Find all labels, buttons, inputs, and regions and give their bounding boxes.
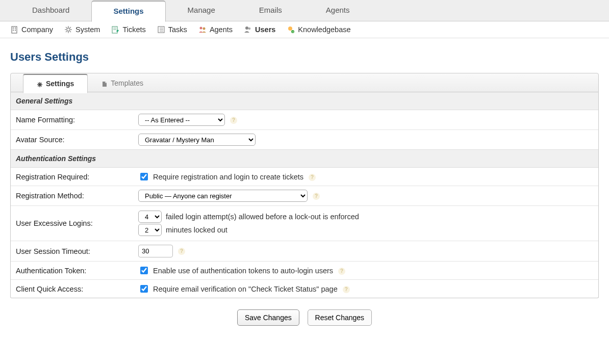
quick-access-checkbox[interactable] — [140, 285, 148, 293]
subnav-company[interactable]: Company — [10, 25, 53, 34]
tab-label: Templates — [111, 79, 143, 87]
reset-button[interactable]: Reset Changes — [308, 309, 372, 326]
subnav-item-label: Knowledgebase — [298, 25, 350, 34]
help-icon[interactable]: ? — [343, 286, 350, 293]
checkbox-text: Require registration and login to create… — [153, 173, 303, 181]
subnav-system[interactable]: System — [64, 25, 100, 34]
quick-access-wrapper[interactable]: Require email verification on "Check Tic… — [138, 285, 340, 293]
asterisk-icon — [37, 81, 43, 87]
checkbox-text: Require email verification on "Check Tic… — [153, 285, 338, 293]
tab-manage[interactable]: Manage — [166, 1, 237, 22]
registration-required-checkbox[interactable] — [140, 173, 148, 180]
knowledgebase-icon: + — [287, 25, 295, 34]
subnav-item-label: Company — [21, 25, 53, 34]
gear-icon — [64, 25, 72, 34]
svg-text:+: + — [292, 30, 294, 33]
svg-point-5 — [67, 28, 70, 31]
tab-agents[interactable]: Agents — [304, 1, 372, 22]
field-label-session-timeout: User Session Timeout: — [11, 241, 133, 262]
building-icon — [10, 25, 18, 34]
main-tabs: Dashboard Settings Manage Emails Agents — [0, 0, 609, 21]
panel-tabs: Settings Templates — [10, 73, 599, 92]
page-title: Users Settings — [10, 50, 599, 64]
session-timeout-input[interactable] — [138, 245, 173, 257]
help-icon[interactable]: ? — [313, 193, 320, 200]
section-auth: Authentication Settings — [11, 149, 598, 168]
subnav-tickets[interactable]: Tickets — [111, 25, 145, 34]
field-label-avatar-source: Avatar Source: — [11, 130, 133, 150]
field-label-registration-required: Registration Required: — [11, 168, 133, 186]
svg-line-11 — [70, 31, 71, 32]
svg-line-10 — [66, 27, 67, 28]
subnav-item-label: Tickets — [122, 25, 145, 34]
subnav-item-label: Tasks — [168, 25, 187, 34]
tab-settings[interactable]: Settings — [91, 1, 165, 22]
svg-point-21 — [199, 27, 202, 30]
field-label-name-formatting: Name Formatting: — [11, 110, 133, 130]
field-label-excessive-logins: User Excessive Logins: — [11, 206, 133, 241]
tab-label: Settings — [46, 80, 74, 88]
subnav-item-label: System — [75, 25, 100, 34]
section-general: General Settings — [11, 92, 598, 110]
agents-icon — [198, 25, 207, 34]
file-icon — [102, 81, 108, 87]
settings-panel: General Settings Name Formatting: -- As … — [10, 92, 599, 298]
tab-dashboard[interactable]: Dashboard — [10, 1, 91, 22]
help-icon[interactable]: ? — [338, 268, 345, 275]
form-actions: Save Changes Reset Changes — [10, 298, 599, 337]
svg-rect-1 — [13, 28, 14, 29]
ticket-icon — [111, 25, 119, 34]
lockout-minutes-select[interactable]: 2 — [138, 224, 162, 236]
svg-line-13 — [70, 27, 71, 28]
subnav-users[interactable]: Users — [244, 25, 275, 34]
registration-required-wrapper[interactable]: Require registration and login to create… — [138, 173, 306, 181]
checklist-icon — [157, 25, 165, 34]
tab-emails[interactable]: Emails — [237, 1, 304, 22]
help-icon[interactable]: ? — [309, 174, 316, 181]
subnav-agents[interactable]: Agents — [198, 25, 233, 34]
subnav-tasks[interactable]: Tasks — [157, 25, 187, 34]
field-label-registration-method: Registration Method: — [11, 186, 133, 206]
users-icon — [244, 25, 252, 34]
avatar-source-select[interactable]: Gravatar / Mystery Man — [138, 134, 256, 146]
settings-subnav: Company System Tickets Tasks Agents User… — [0, 21, 609, 38]
subnav-knowledgebase[interactable]: + Knowledgebase — [287, 25, 350, 34]
registration-method-select[interactable]: Public — Anyone can register — [138, 190, 308, 202]
lockout-text: minutes locked out — [166, 226, 227, 234]
content-area: Users Settings Settings Templates Genera… — [0, 38, 609, 349]
checkbox-text: Enable use of authentication tokens to a… — [153, 267, 333, 275]
svg-point-24 — [248, 28, 251, 30]
svg-rect-3 — [13, 30, 14, 31]
auth-token-wrapper[interactable]: Enable use of authentication tokens to a… — [138, 267, 335, 275]
tab-settings-panel[interactable]: Settings — [23, 74, 88, 93]
svg-line-12 — [66, 31, 67, 32]
subnav-item-label: Agents — [210, 25, 233, 34]
field-label-quick-access: Client Quick Access: — [11, 280, 133, 298]
save-button[interactable]: Save Changes — [237, 309, 299, 326]
svg-rect-2 — [15, 28, 16, 29]
svg-rect-0 — [12, 27, 17, 33]
help-icon[interactable]: ? — [230, 117, 237, 124]
svg-point-23 — [245, 27, 248, 30]
name-formatting-select[interactable]: -- As Entered -- — [138, 114, 225, 126]
subnav-item-label: Users — [255, 25, 275, 34]
login-attempts-select[interactable]: 4 — [138, 211, 162, 223]
tab-templates-panel[interactable]: Templates — [88, 74, 157, 93]
attempts-text: failed login attempt(s) allowed before a… — [166, 213, 359, 221]
auth-token-checkbox[interactable] — [140, 267, 148, 274]
help-icon[interactable]: ? — [178, 248, 185, 255]
field-label-auth-token: Authentication Token: — [11, 262, 133, 280]
svg-point-25 — [288, 27, 292, 31]
svg-rect-4 — [15, 30, 16, 31]
svg-point-22 — [202, 28, 205, 30]
